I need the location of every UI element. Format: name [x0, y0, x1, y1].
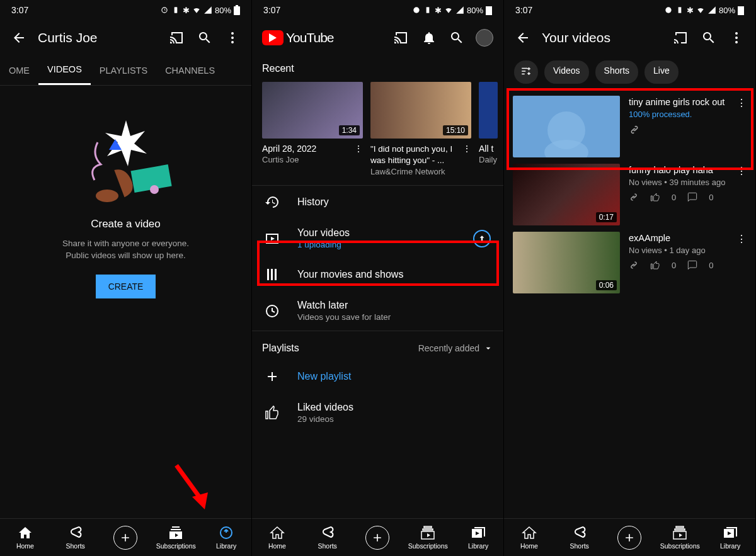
- filter-chips: Videos Shorts Live: [504, 55, 755, 89]
- bottom-nav: Home Shorts Subscriptions Library: [252, 518, 503, 556]
- nav-library[interactable]: Library: [201, 519, 251, 556]
- nav-subscriptions[interactable]: Subscriptions: [655, 519, 705, 556]
- youtube-logo[interactable]: YouTube: [262, 30, 334, 45]
- notifications-icon[interactable]: [420, 29, 438, 47]
- annotation-highlight: [507, 88, 753, 170]
- nav-subscriptions[interactable]: Subscriptions: [403, 519, 453, 556]
- search-icon[interactable]: [448, 29, 466, 47]
- tab-playlists[interactable]: PLAYLISTS: [91, 55, 156, 85]
- menu-watch-later[interactable]: Watch laterVideos you save for later: [252, 291, 503, 331]
- bottom-nav: Home Shorts Subscriptions Library: [504, 518, 755, 556]
- search-icon[interactable]: [196, 29, 214, 47]
- svg-rect-25: [679, 7, 682, 13]
- channel-header: Curtis Joe: [0, 20, 251, 55]
- playlists-title: Playlists: [262, 343, 299, 354]
- tab-videos[interactable]: VIDEOS: [38, 55, 91, 85]
- recent-item[interactable]: 1:34 April 28, 2022⋮ Curtis Joe: [262, 82, 363, 176]
- svg-point-28: [735, 37, 738, 39]
- cast-icon[interactable]: [392, 29, 410, 47]
- back-button[interactable]: [10, 29, 28, 47]
- recent-title: Recent: [252, 55, 503, 82]
- more-icon[interactable]: ⋮: [354, 144, 363, 154]
- battery-pct: 80%: [215, 6, 231, 15]
- svg-rect-26: [738, 6, 744, 15]
- svg-rect-0: [175, 7, 178, 13]
- nav-subscriptions[interactable]: Subscriptions: [151, 519, 201, 556]
- svg-marker-22: [427, 533, 430, 537]
- svg-point-5: [231, 41, 234, 43]
- menu-history[interactable]: History: [252, 186, 503, 218]
- nav-library[interactable]: Library: [705, 519, 755, 556]
- annotation-arrow: [173, 462, 211, 515]
- nav-shorts[interactable]: Shorts: [302, 519, 353, 556]
- back-button[interactable]: [514, 29, 532, 47]
- more-icon[interactable]: ⋮: [736, 233, 747, 246]
- status-time: 3:07: [11, 5, 28, 15]
- more-icon[interactable]: [728, 29, 745, 47]
- nav-home[interactable]: Home: [0, 519, 50, 556]
- svg-point-3: [231, 32, 234, 35]
- empty-subtitle: Share it with anyone or everyone.Public …: [62, 238, 189, 262]
- more-icon[interactable]: [224, 29, 241, 47]
- status-bar: 3:07 ✱80%: [252, 0, 503, 20]
- bluetooth-icon: ✱: [183, 6, 190, 15]
- playlists-sort[interactable]: Recently added: [418, 343, 493, 353]
- illustration: [72, 105, 180, 212]
- chip-shorts[interactable]: Shorts: [595, 60, 638, 84]
- svg-point-9: [96, 190, 118, 202]
- nav-create[interactable]: [605, 519, 655, 556]
- status-bar: 3:07 ✱ 80%: [0, 0, 251, 20]
- recent-list: 1:34 April 28, 2022⋮ Curtis Joe 15:10 "I…: [252, 82, 503, 176]
- wifi-icon: [192, 6, 201, 14]
- svg-marker-15: [269, 33, 277, 42]
- svg-point-27: [735, 32, 738, 35]
- page-title: Your videos: [542, 30, 662, 45]
- tab-home[interactable]: OME: [0, 55, 38, 85]
- channel-name: Curtis Joe: [38, 30, 158, 45]
- alarm-icon: [160, 6, 169, 14]
- status-icons: ✱ 80%: [160, 5, 240, 15]
- svg-point-4: [231, 37, 234, 39]
- svg-rect-13: [427, 7, 430, 13]
- search-icon[interactable]: [700, 29, 718, 47]
- nav-shorts[interactable]: Shorts: [554, 519, 605, 556]
- chip-live[interactable]: Live: [644, 60, 679, 84]
- status-bar: 3:07 ✱80%: [504, 0, 755, 20]
- recent-item[interactable]: 15:10 "I did not punch you, I was hittin…: [370, 82, 471, 176]
- cast-icon[interactable]: [168, 29, 186, 47]
- nav-create[interactable]: [353, 519, 403, 556]
- cast-icon[interactable]: [672, 29, 690, 47]
- more-icon[interactable]: ⋮: [462, 144, 471, 154]
- new-playlist[interactable]: New playlist: [252, 360, 503, 393]
- svg-rect-1: [234, 6, 240, 15]
- nav-home[interactable]: Home: [504, 519, 554, 556]
- svg-marker-32: [679, 533, 682, 537]
- svg-rect-14: [486, 6, 492, 15]
- empty-state: Create a video Share it with anyone or e…: [0, 86, 251, 298]
- svg-point-8: [150, 185, 159, 194]
- recent-item[interactable]: All t Daily: [479, 82, 498, 176]
- video-item[interactable]: 0:17 funny halo play haha⋮ No views • 39…: [504, 161, 755, 229]
- nav-library[interactable]: Library: [453, 519, 503, 556]
- video-item[interactable]: 0:06 exAAmple⋮ No views • 1 day ago 0 0: [504, 229, 755, 297]
- svg-marker-11: [192, 492, 208, 509]
- your-videos-header: Your videos: [504, 20, 755, 55]
- nav-home[interactable]: Home: [252, 519, 302, 556]
- svg-line-10: [176, 465, 202, 500]
- channel-tabs: OME VIDEOS PLAYLISTS CHANNELS: [0, 55, 251, 86]
- library-header: YouTube: [252, 20, 503, 55]
- liked-videos[interactable]: Liked videos29 videos: [252, 393, 503, 433]
- battery-icon: [234, 5, 240, 15]
- nav-create[interactable]: [101, 519, 151, 556]
- filter-icon[interactable]: [514, 60, 538, 84]
- tab-channels[interactable]: CHANNELS: [156, 55, 224, 85]
- svg-point-29: [735, 41, 738, 43]
- chip-videos[interactable]: Videos: [544, 60, 589, 84]
- bottom-nav: Home Shorts Subscriptions Library: [0, 518, 251, 556]
- create-button[interactable]: CREATE: [96, 275, 156, 298]
- avatar[interactable]: [476, 29, 493, 47]
- vibrate-icon: [171, 6, 180, 14]
- svg-rect-2: [236, 5, 238, 6]
- svg-marker-17: [271, 237, 275, 241]
- nav-shorts[interactable]: Shorts: [50, 519, 101, 556]
